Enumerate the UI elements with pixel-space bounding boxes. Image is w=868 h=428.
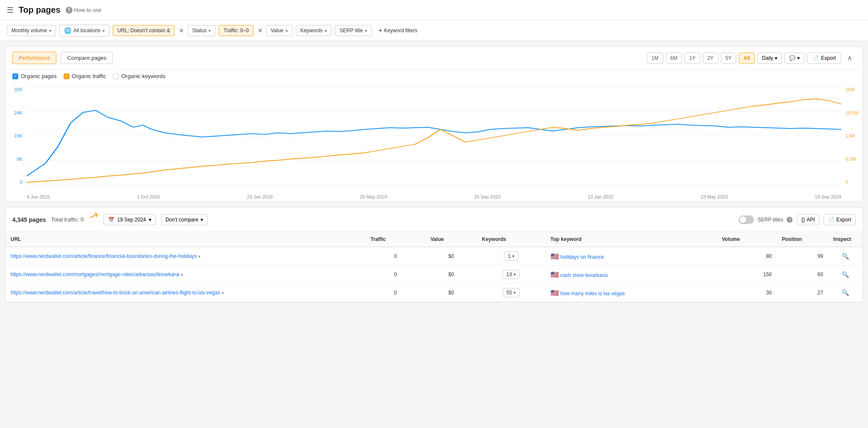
organic-pages-checkbox[interactable]: ✓ <box>12 73 18 79</box>
help-icon[interactable]: ? <box>787 217 793 223</box>
chart-header: Performance Compare pages 1M 6M 1Y 2Y 5Y… <box>6 47 862 70</box>
table-cell-traffic: 0 <box>365 284 426 302</box>
organic-traffic-legend[interactable]: ✓ Organic traffic <box>64 73 106 79</box>
serp-title-label: SERP title <box>339 28 362 34</box>
url-link[interactable]: https://www.nerdwallet.com/article/trave… <box>11 290 220 296</box>
chevron-down-icon: ▾ <box>514 272 516 277</box>
table-header-row: URL Traffic Value Keywords Top keyword V… <box>6 232 862 247</box>
col-header-traffic: Traffic <box>365 232 426 247</box>
daily-button[interactable]: Daily ▾ <box>757 53 782 64</box>
globe-icon: 🌐 <box>64 27 71 34</box>
x-label-4: 29 May 2019 <box>360 194 387 199</box>
y-label-8k: 8K <box>8 157 22 162</box>
url-link[interactable]: https://www.nerdwallet.com/mortgages/mor… <box>11 271 179 277</box>
y-label-0: 0 <box>8 179 22 185</box>
comment-button[interactable]: 💬 ▾ <box>785 53 804 64</box>
compare-label: Don't compare <box>166 217 199 223</box>
table-row: https://www.nerdwallet.com/mortgages/mor… <box>6 266 862 284</box>
compare-button[interactable]: Don't compare ▾ <box>161 214 208 225</box>
1m-button[interactable]: 1M <box>647 53 663 64</box>
inspect-icon[interactable]: 🔍 <box>842 253 849 260</box>
y-label-26m: 26M <box>846 87 860 92</box>
y-label-19.5m: 19.5M <box>846 110 860 115</box>
keywords-badge[interactable]: 13 ▾ <box>503 270 520 279</box>
table-export-button[interactable]: 📄 Export <box>823 214 856 225</box>
date-button[interactable]: 📅 19 Sep 2024 ▾ <box>103 214 156 225</box>
serp-title-filter[interactable]: SERP title ▾ <box>335 25 371 36</box>
5y-button[interactable]: 5Y <box>721 53 737 64</box>
table-cell-value: $0 <box>426 284 477 302</box>
hamburger-icon[interactable]: ☰ <box>7 6 14 15</box>
keywords-filter[interactable]: Keywords ▾ <box>296 25 332 36</box>
value-filter[interactable]: Value ▾ <box>266 25 292 36</box>
table-row: https://www.nerdwallet.com/article/trave… <box>6 284 862 302</box>
x-label-7: 23 May 2023 <box>701 194 728 199</box>
chevron-down-icon: ▾ <box>222 291 224 295</box>
organic-keywords-checkbox[interactable] <box>113 73 119 79</box>
y-label-6.5m: 6.5M <box>846 157 860 162</box>
table-cell-url: https://www.nerdwallet.com/article/finan… <box>6 247 365 266</box>
api-icon: {} <box>801 217 805 223</box>
compare-pages-button[interactable]: Compare pages <box>61 52 113 64</box>
top-keyword-link[interactable]: cash store texarkana <box>560 272 607 278</box>
url-filter-close-button[interactable]: ✕ <box>179 27 184 34</box>
monthly-volume-filter[interactable]: Monthly volume ▾ <box>7 25 56 36</box>
2y-button[interactable]: 2Y <box>703 53 718 64</box>
chevron-down-icon: ▾ <box>514 291 516 295</box>
table-controls-right: SERP titles ? {} API 📄 Export <box>739 214 856 225</box>
inspect-icon[interactable]: 🔍 <box>842 289 849 296</box>
collapse-button[interactable]: ∧ <box>844 52 856 64</box>
chevron-down-icon: ▾ <box>149 217 151 223</box>
table-thead: URL Traffic Value Keywords Top keyword V… <box>6 232 862 247</box>
table-cell-top-keyword: 🇺🇸 how many miles is las vegas <box>545 284 717 302</box>
table-cell-value: $0 <box>426 266 477 284</box>
organic-traffic-checkbox[interactable]: ✓ <box>64 73 70 79</box>
col-header-keywords: Keywords <box>477 232 545 247</box>
export-button[interactable]: 📄 Export <box>807 53 841 64</box>
x-label-3: 29 Jan 2018 <box>247 194 273 199</box>
traffic-filter-close-button[interactable]: ✕ <box>258 27 263 34</box>
chevron-down-icon: ▾ <box>365 28 367 33</box>
keywords-badge[interactable]: 55 ▾ <box>503 288 520 297</box>
serp-titles-toggle[interactable] <box>739 215 754 224</box>
how-to-use-link[interactable]: ? How to use <box>66 7 102 14</box>
pages-count: 4,345 pages <box>12 216 46 223</box>
status-filter[interactable]: Status ▾ <box>187 25 215 36</box>
6m-button[interactable]: 6M <box>666 53 682 64</box>
top-keyword-link[interactable]: how many miles is las vegas <box>560 291 625 297</box>
performance-button[interactable]: Performance <box>12 52 56 64</box>
url-link[interactable]: https://www.nerdwallet.com/article/finan… <box>11 253 197 259</box>
1y-button[interactable]: 1Y <box>684 53 700 64</box>
organic-pages-legend[interactable]: ✓ Organic pages <box>12 73 57 79</box>
traffic-filter[interactable]: Traffic: 0–0 <box>219 25 253 36</box>
monthly-volume-label: Monthly volume <box>11 28 47 34</box>
chart-section: Performance Compare pages 1M 6M 1Y 2Y 5Y… <box>5 46 863 202</box>
calendar-icon: 📅 <box>108 217 114 223</box>
all-locations-filter[interactable]: 🌐 All locations ▾ <box>59 25 109 36</box>
table-cell-position: 99 <box>777 247 828 266</box>
col-header-url: URL <box>6 232 365 247</box>
keywords-label: Keywords <box>300 28 323 34</box>
api-button[interactable]: {} API <box>797 214 819 225</box>
table-cell-keywords: 1 ▾ <box>477 247 545 266</box>
chevron-down-icon: ▾ <box>797 55 800 61</box>
chevron-down-icon: ▾ <box>286 28 288 33</box>
all-button[interactable]: All <box>739 53 754 64</box>
chevron-down-icon: ▾ <box>103 28 105 33</box>
plus-icon: + <box>378 27 382 34</box>
col-header-position: Position <box>777 232 828 247</box>
top-keyword-link[interactable]: holidays on finance <box>560 254 604 260</box>
toggle-knob <box>740 216 746 223</box>
table-cell-volume: 150 <box>717 266 777 284</box>
url-filter[interactable]: URL: Doesn't contain & <box>113 25 175 36</box>
keywords-badge[interactable]: 1 ▾ <box>504 252 518 261</box>
filters-bar: Monthly volume ▾ 🌐 All locations ▾ URL: … <box>0 20 868 41</box>
y-label-0-orange: 0 <box>846 179 860 185</box>
keyword-filters-button[interactable]: + Keyword filters <box>375 25 421 36</box>
value-label: Value <box>271 28 284 34</box>
organic-keywords-legend[interactable]: Organic keywords <box>113 73 165 79</box>
inspect-icon[interactable]: 🔍 <box>842 271 849 278</box>
page-title: Top pages <box>19 5 61 15</box>
chart-area: 32K 24K 16K 8K 0 26M 19.5M 13M 6.5M 0 <box>6 83 862 201</box>
data-table: URL Traffic Value Keywords Top keyword V… <box>6 232 862 302</box>
